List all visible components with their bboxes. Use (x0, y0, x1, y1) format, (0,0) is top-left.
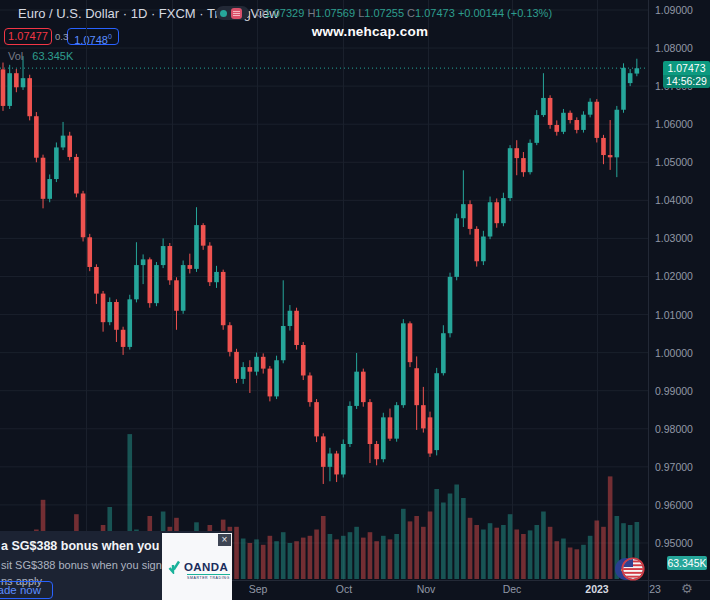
time-axis-label: 23 (649, 583, 661, 595)
market-open-dot-icon (220, 10, 227, 17)
eurusd-pair-flags-icon (615, 558, 644, 580)
price-axis-label: 0.97000 (655, 461, 693, 473)
price-axis-label: 1.02000 (655, 270, 693, 282)
ad-banner: a SG$388 bonus when you sign up. sit SG$… (0, 531, 232, 600)
price-axis-label: 1.00000 (655, 347, 693, 359)
price-axis-label: 1.08000 (655, 42, 693, 54)
price-axis-label: 1.06000 (655, 118, 693, 130)
volume-value-badge: 63.345K (667, 556, 707, 570)
oanda-logo: OANDA (168, 560, 228, 574)
price-axis-label: 0.95000 (655, 537, 693, 549)
time-axis-label: Sep (249, 583, 268, 595)
ohlc-values: O1.07329 H1.07569 L1.07255 C1.07473 +0.0… (256, 7, 552, 19)
price-axis-label: 0.96000 (655, 499, 693, 511)
ad-subtext: sit SG$388 bonus when you sign up. (1, 559, 180, 571)
spread-label: 0.3 (55, 31, 68, 42)
price-axis-label: 1.01000 (655, 309, 693, 321)
candlestick-chart[interactable] (0, 0, 710, 600)
oanda-logo-card[interactable]: × OANDA SMARTER TRADING (162, 533, 232, 600)
price-axis-label: 0.99000 (655, 385, 693, 397)
ad-close-icon[interactable]: × (218, 534, 231, 546)
data-feed-icon (231, 8, 242, 19)
bar-countdown: 14:56:29 (663, 75, 710, 88)
timezone-settings-gear-icon[interactable]: ⚙ (681, 581, 693, 596)
time-axis-label: 2023 (585, 583, 608, 595)
time-axis-label: Oct (336, 583, 352, 595)
price-axis-label: 1.03000 (655, 232, 693, 244)
time-axis-label: Dec (503, 583, 522, 595)
watermark-text: www.nehcap.com (280, 24, 460, 39)
price-axis-label: 0.98000 (655, 423, 693, 435)
price-axis-label: 1.05000 (655, 156, 693, 168)
oanda-tagline: SMARTER TRADING (187, 574, 230, 580)
current-price-badge: 1.07473 14:56:29 (663, 61, 710, 88)
tradingview-chart-window: Euro / U.S. Dollar · 1D · FXCM · Trading… (0, 0, 710, 600)
price-axis-label: 1.04000 (655, 194, 693, 206)
current-price-value: 1.07473 (663, 61, 710, 75)
volume-indicator-row: Vol63.345K (8, 50, 73, 62)
price-axis-label: 1.09000 (655, 4, 693, 16)
ad-trade-now-button[interactable]: ade now (0, 581, 53, 599)
time-axis-label: Nov (417, 583, 436, 595)
oanda-check-icon (168, 560, 181, 574)
market-status-pill[interactable] (216, 6, 249, 20)
